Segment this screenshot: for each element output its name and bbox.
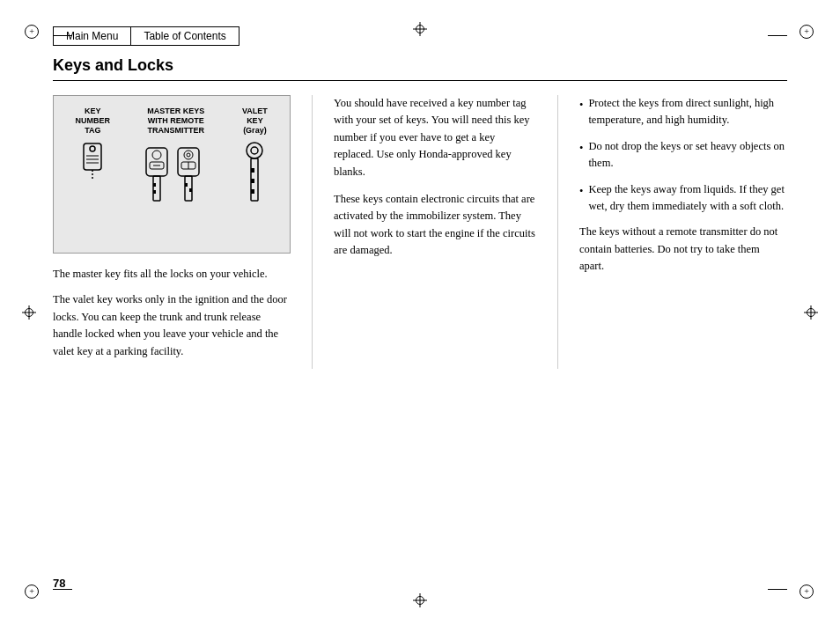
bullet-2: • Do not drop the keys or set heavy obje… [579, 138, 787, 173]
corner-mark-bottom-left [25, 585, 41, 600]
bullet-3-text: Keep the keys away from liquids. If they… [588, 181, 787, 216]
svg-rect-11 [153, 183, 156, 187]
svg-point-21 [247, 143, 262, 158]
svg-rect-19 [185, 183, 188, 187]
bullet-dot-2: • [579, 140, 583, 173]
valet-key-item: VALETKEY(Gray) [241, 107, 268, 211]
corner-mark-top-left [25, 25, 41, 40]
bullet-1-text: Protect the keys from direct sunlight, h… [588, 95, 787, 129]
left-para1: The master key fits all the locks on you… [53, 266, 291, 283]
right-para1: The keys without a remote transmitter do… [579, 224, 787, 275]
page: Main Menu Table of Contents Keys and Loc… [0, 0, 840, 625]
reg-mark-left [22, 305, 36, 320]
col-divider-1 [312, 95, 313, 369]
reg-mark-top [413, 22, 427, 36]
svg-rect-25 [251, 179, 254, 183]
corner-mark-bottom-right [799, 585, 815, 600]
bullet-dot-1: • [579, 97, 583, 129]
bullet-2-text: Do not drop the keys or set heavy object… [588, 138, 787, 173]
mid-para2: These keys contain electronic circuits t… [334, 191, 536, 260]
svg-point-1 [90, 146, 95, 151]
keys-diagram: KEYNUMBERTAG [53, 95, 291, 254]
svg-rect-10 [153, 176, 160, 201]
edge-line-top-right [768, 35, 787, 36]
content-area: KEYNUMBERTAG [53, 95, 787, 369]
master-key-label: MASTER KEYSWITH REMOTETRANSMITTER [147, 107, 204, 135]
reg-mark-right [804, 305, 818, 320]
svg-point-7 [152, 151, 161, 159]
svg-rect-24 [251, 168, 254, 173]
svg-rect-20 [189, 188, 192, 192]
bullet-3: • Keep the keys away from liquids. If th… [579, 181, 787, 216]
key-number-tag-svg [79, 142, 106, 194]
main-menu-button[interactable]: Main Menu [53, 26, 130, 46]
key-number-tag-item: KEYNUMBERTAG [76, 107, 111, 194]
svg-rect-12 [153, 190, 156, 194]
mid-column: You should have received a key number ta… [334, 95, 536, 369]
edge-line-bottom-right [768, 589, 787, 590]
key-number-tag-label: KEYNUMBERTAG [76, 107, 111, 135]
right-column: • Protect the keys from direct sunlight,… [579, 95, 787, 369]
edge-line-top-left [53, 35, 72, 36]
master-key-item: MASTER KEYSWITH REMOTETRANSMITTER [143, 107, 209, 211]
corner-mark-top-right [799, 25, 815, 40]
col-divider-2 [557, 95, 558, 369]
svg-rect-26 [251, 189, 254, 194]
valet-key-label: VALETKEY(Gray) [242, 107, 268, 135]
svg-rect-0 [84, 143, 101, 170]
page-title: Keys and Locks [53, 56, 787, 81]
bullet-dot-3: • [579, 183, 583, 216]
valet-key-svg [241, 142, 268, 211]
mid-para1: You should have received a key number ta… [334, 95, 536, 180]
svg-point-15 [187, 153, 190, 157]
reg-mark-bottom [413, 593, 427, 607]
bullet-1: • Protect the keys from direct sunlight,… [579, 95, 787, 129]
master-key-svg [143, 142, 209, 211]
left-para2: The valet key works only in the ignition… [53, 291, 291, 360]
page-number: 78 [53, 577, 65, 590]
svg-point-22 [251, 147, 258, 154]
table-of-contents-button[interactable]: Table of Contents [130, 26, 239, 46]
left-column: KEYNUMBERTAG [53, 95, 291, 369]
svg-point-14 [184, 151, 193, 159]
